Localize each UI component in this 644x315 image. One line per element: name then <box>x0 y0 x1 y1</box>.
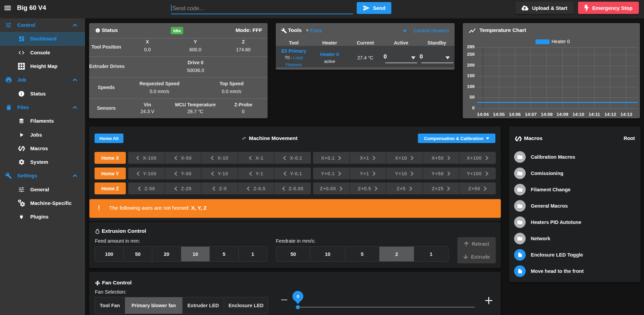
svg-text:0: 0 <box>296 294 299 299</box>
